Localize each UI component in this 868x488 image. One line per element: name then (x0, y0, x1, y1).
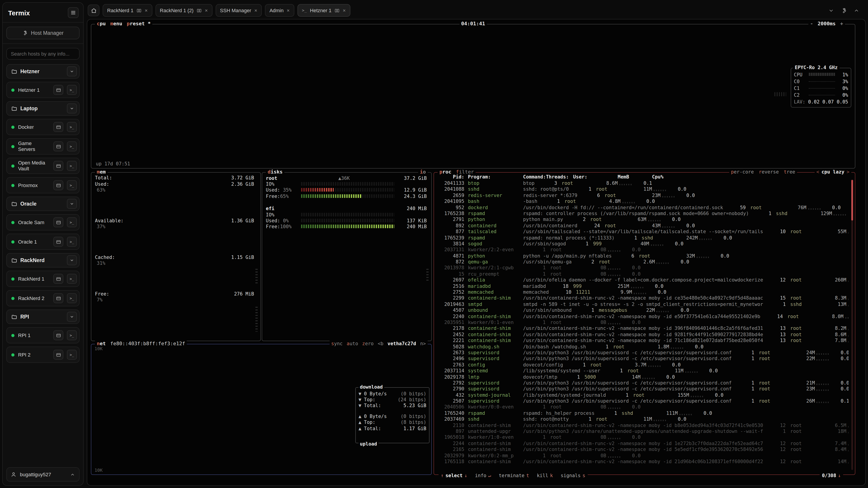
process-row[interactable]: 3814 sogod /usr/sbin/sogod 1 999 40M 0.0 (436, 241, 848, 247)
process-row[interactable]: 4871 python python -u /app/main.py nftab… (436, 253, 848, 259)
group-header-rpi[interactable]: RPI (6, 310, 80, 324)
process-row[interactable]: 892 containerd /usr/bin/containerd 24 ro… (436, 223, 848, 229)
close-icon[interactable]: × (205, 8, 208, 13)
process-row[interactable]: 877 tailscaled /usr/sbin/tailscaled --st… (436, 229, 848, 235)
host-item[interactable]: Docker >_ (6, 119, 80, 135)
process-row[interactable]: 2110 containerd-shim /usr/bin/containerd… (436, 422, 848, 428)
process-row[interactable]: 2659 redis-server redis-server *:6379 6 … (436, 193, 848, 199)
split-view-icon[interactable] (197, 8, 202, 13)
process-row[interactable]: 2790 supervisord /usr/bin/python3 /usr/b… (436, 386, 848, 392)
process-row[interactable]: 2019463 smtpd smtpd -n 589 -t inet -u -o… (436, 301, 848, 307)
host-item[interactable]: RackNerd 2 >_ (6, 290, 80, 306)
proc-footer-action[interactable]: ↑ select ↓ (441, 473, 467, 478)
process-row[interactable]: 2496 supervisord /usr/bin/python3 /usr/b… (436, 356, 848, 362)
process-row[interactable]: 2037469 sshd sshd: root@notty 1 root 11M… (436, 416, 848, 422)
process-row[interactable]: 2516 mariadbd mariadbd 18 999 251M 0.0 (436, 283, 848, 289)
process-row[interactable]: 2792 supervisord /usr/bin/python3 /usr/b… (436, 380, 848, 386)
process-row[interactable]: 2178 containerd-shim /usr/bin/containerd… (436, 326, 848, 332)
process-row[interactable]: 1765238 rspamd rspamd: controller proces… (436, 210, 848, 217)
group-header-laptop[interactable]: Laptop (6, 101, 80, 116)
host-item[interactable]: Proxmox >_ (6, 177, 80, 193)
process-row[interactable]: 5028 watchdog.sh /bin/bash /watchdog.sh … (436, 344, 848, 350)
server-icon[interactable] (53, 293, 63, 303)
group-header-racknerd[interactable]: RackNerd (6, 253, 80, 267)
process-row[interactable]: 2035951 kworker/0:1-even 1 root 0B 0.0 (436, 320, 848, 326)
proc-option-toggle[interactable]: per-core (731, 169, 754, 174)
process-row[interactable]: 2032979 kworker/0:2-mm_p 1 root 0B 0.0 (436, 453, 848, 459)
process-row[interactable]: 952 dockerd /usr/bin/dockerd -H fd:// --… (436, 204, 848, 210)
group-header-oracle[interactable]: Oracle (6, 197, 80, 211)
server-icon[interactable] (53, 122, 63, 132)
host-item[interactable]: RackNerd 1 >_ (6, 271, 80, 287)
iface-next-button[interactable]: n> (420, 341, 426, 346)
host-item[interactable]: RPI 2 >_ (6, 347, 80, 363)
terminal-icon[interactable]: >_ (67, 85, 77, 95)
process-row[interactable]: 2452 containerd-shim /usr/bin/containerd… (436, 332, 848, 338)
proc-option-toggle[interactable]: reverse (759, 169, 779, 174)
iface-prev-button[interactable]: <b (378, 341, 383, 346)
split-view-icon[interactable] (136, 8, 142, 13)
terminal-icon[interactable]: >_ (67, 330, 77, 340)
sort-prev-button[interactable]: < (816, 169, 819, 174)
server-icon[interactable] (53, 85, 63, 95)
server-icon[interactable] (53, 180, 63, 190)
tab[interactable]: >_ RackNerd 1 × (103, 4, 152, 17)
process-row[interactable]: 2221 containerd-shim /usr/bin/containerd… (436, 337, 848, 344)
process-row[interactable]: 432 systemd-journal /lib/systemd/systemd… (436, 392, 848, 398)
process-row[interactable]: 2299 containerd-shim /usr/bin/containerd… (436, 295, 848, 301)
process-row[interactable]: 4507 unbound /usr/sbin/unbound 1 message… (436, 307, 848, 313)
process-row[interactable]: 2165 containerd-shim /usr/bin/containerd… (436, 447, 848, 453)
hamburger-menu-button[interactable] (68, 7, 79, 18)
interval-plus-button[interactable]: + (840, 21, 843, 27)
chevron-down-icon[interactable] (67, 199, 77, 209)
process-row[interactable]: 2037114 systemd /lib/systemd/systemd --u… (436, 368, 848, 374)
close-icon[interactable]: × (254, 8, 257, 13)
process-scrollbar[interactable] (851, 180, 853, 470)
terminal-icon[interactable]: >_ (67, 180, 77, 190)
process-row[interactable]: 2791 python python main.py 2 root 63M 0.… (436, 217, 848, 223)
host-item[interactable]: RPI 1 >_ (6, 327, 80, 344)
host-item[interactable]: Oracle 1 >_ (6, 234, 80, 250)
proc-footer-action[interactable]: kill k (535, 473, 553, 478)
terminal[interactable]: cpu menu preset * 04:01:41 - 2000ms + EP… (87, 19, 866, 486)
server-icon[interactable] (53, 274, 63, 284)
terminal-icon[interactable]: >_ (67, 217, 77, 227)
process-row[interactable]: 2041095 bash -bash 1 root 4.8M 0.0 (436, 198, 848, 204)
chevron-down-icon[interactable] (828, 7, 834, 13)
chevron-down-icon[interactable] (67, 312, 77, 322)
home-button[interactable] (88, 4, 99, 16)
tab[interactable]: >_ SSH Manager × (215, 4, 262, 17)
process-row[interactable]: 2673 supervisord /usr/bin/python3 /usr/b… (436, 350, 848, 356)
terminal-icon[interactable]: >_ (67, 237, 77, 247)
host-item[interactable]: Game Servers >_ (6, 138, 80, 155)
proc-footer-action[interactable]: signals s (559, 473, 585, 478)
process-row[interactable]: 2013978 kworker/2:1-cgwb 1 root 0B 0.0 (436, 265, 848, 271)
terminal-icon[interactable]: >_ (67, 161, 77, 171)
split-view-icon[interactable] (335, 8, 340, 13)
tab[interactable]: >_ RackNerd 1 (2) × (155, 4, 212, 17)
server-icon[interactable] (53, 237, 63, 247)
process-row[interactable]: 2029178 lmtp dovecot/lmtp 1 5000 14M 0.0 (436, 374, 848, 380)
process-row[interactable]: 897 unattended-upgr /usr/bin/python3 /us… (436, 428, 848, 434)
process-row[interactable]: 2040506 kworker/0:0-even 1 root 0B 0.0 (436, 404, 848, 410)
process-row[interactable]: 2240 containerd-shim /usr/bin/containerd… (436, 313, 848, 320)
process-row[interactable]: 2507 supervisord /usr/bin/python3 /usr/b… (436, 398, 848, 404)
chevron-up-icon[interactable] (854, 7, 860, 13)
scroll-down-icon[interactable]: ↓ (838, 473, 841, 478)
proc-footer-action[interactable]: terminate t (497, 473, 529, 478)
search-input[interactable] (6, 48, 80, 60)
server-icon[interactable] (53, 350, 63, 360)
wrench-icon[interactable] (841, 7, 847, 13)
close-icon[interactable]: × (287, 8, 290, 13)
net-toggle[interactable]: auto (347, 341, 358, 346)
process-row[interactable]: 15 rcu_preempt 1 root 0B 0.0 (436, 271, 848, 277)
host-item[interactable]: Hetzner 1 >_ (6, 82, 80, 98)
terminal-icon[interactable]: >_ (67, 122, 77, 132)
process-row[interactable]: 2041088 sshd sshd: root@pts/0 1 root 11M… (436, 186, 848, 193)
process-row[interactable]: 2037131 kworker/2:2-even 1 root 0B 0.0 (436, 247, 848, 253)
host-manager-button[interactable]: Host Manager (6, 27, 80, 39)
server-icon[interactable] (53, 161, 63, 171)
terminal-icon[interactable]: >_ (67, 274, 77, 284)
close-icon[interactable]: × (343, 8, 346, 13)
proc-option-toggle[interactable]: tree (784, 169, 795, 174)
